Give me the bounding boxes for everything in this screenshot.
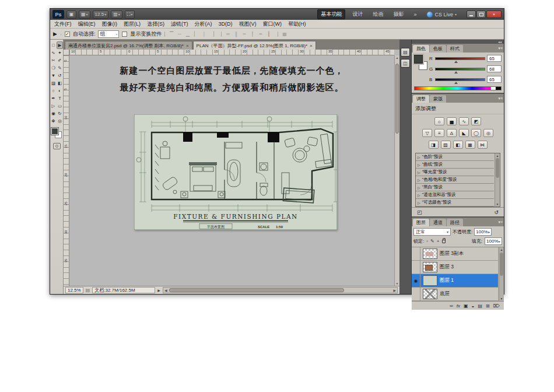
workspace-design[interactable]: 设计 [349,10,366,19]
foreground-color-swatch[interactable] [51,128,58,135]
layer-name[interactable]: 图层 3副本 [440,250,464,257]
screen-mode-button[interactable]: ⛶▾ [125,10,135,19]
lasso-tool[interactable]: ∿ [50,49,57,57]
minimize-button[interactable] [467,10,476,18]
menu-image[interactable]: 图像(I) [102,20,118,28]
vertical-ruler[interactable]: 0 5 10 15 20 25 30 35 [64,55,69,286]
move-tool[interactable]: ▶ [57,41,63,49]
tab-color[interactable]: 颜色 [413,45,429,52]
levels-icon[interactable]: ▅ [447,117,457,125]
panel-menu-icon[interactable]: ▾≡ [498,220,503,225]
vibrance-icon[interactable]: ▽ [422,129,432,137]
scroll-right-icon[interactable]: ▶ [393,288,396,292]
layer-group-icon[interactable]: ▤ [478,303,482,309]
slider-thumb-icon[interactable] [454,82,458,84]
document-tab-inactive[interactable]: 南通丹楼单位顶套房2.psd @ 16.7%(调整 副本, RGB/8)*× [65,41,192,50]
scroll-up-icon[interactable]: ▲ [396,56,399,60]
distribute-vcenter-icon[interactable]: ║ [233,32,239,37]
visibility-toggle[interactable]: ◉ [412,274,420,288]
workspace-more-button[interactable]: » [411,11,419,18]
layer-name[interactable]: 图层 3 [440,264,454,271]
green-slider[interactable] [435,68,485,71]
white-swatch[interactable] [490,87,496,90]
distribute-bottom-icon[interactable]: ┅ [241,32,247,37]
history-panel-button[interactable]: ◫ [401,59,410,68]
3d-rotate-tool[interactable]: ◉ [50,110,57,117]
menu-filter[interactable]: 滤镜(T) [171,20,188,28]
healing-brush-tool[interactable]: ❍ [50,64,57,72]
visibility-toggle[interactable] [412,247,420,261]
color-balance-icon[interactable]: Δ [447,129,457,137]
menu-view[interactable]: 视图(V) [239,20,257,28]
black-swatch[interactable] [496,87,501,90]
quick-selection-tool[interactable]: ✦ [57,49,63,57]
visibility-toggle[interactable] [412,261,420,274]
tab-masks[interactable]: 蒙版 [430,95,446,103]
blue-value-field[interactable]: 65 [487,76,502,83]
slider-thumb-icon[interactable] [454,71,458,74]
lock-position-icon[interactable]: + [437,239,440,244]
view-extras-button[interactable]: ▦▾ [79,10,90,19]
brightness-contrast-icon[interactable]: ☼ [434,117,444,125]
type-tool[interactable]: T [57,94,63,102]
horizontal-scrollbar[interactable]: ◀ ▶ [163,287,398,293]
align-top-icon[interactable]: ▔ [168,32,174,37]
lock-all-icon[interactable] [442,240,446,243]
posterize-icon[interactable]: ▨ [441,141,451,149]
tab-swatches[interactable]: 色板 [430,45,446,52]
blend-mode-dropdown[interactable]: 正常▾ [413,228,451,236]
distribute-right-icon[interactable]: ┃ [265,32,272,37]
gradient-map-icon[interactable]: ▦ [465,141,475,149]
red-slider[interactable] [435,57,485,60]
expanded-view-icon[interactable]: ◰ [417,209,422,215]
tab-channels[interactable]: 通道 [430,219,446,226]
history-brush-tool[interactable]: ↺ [57,72,63,79]
delete-layer-icon[interactable]: ⌦ [493,303,500,309]
align-right-icon[interactable]: ▕ [209,32,215,37]
link-layers-icon[interactable]: ∞ [450,303,453,309]
layer-name[interactable]: 图层 1 [440,277,454,284]
preset-levels[interactable]: ▷"色阶"预设 [416,153,494,161]
presets-scrollbar[interactable]: ▲ ▼ [495,153,500,206]
fill-field[interactable]: 100%▸ [485,237,502,245]
new-layer-icon[interactable]: ⊞ [486,303,490,309]
lock-transparent-icon[interactable]: ▫ [426,239,428,244]
menu-edit[interactable]: 编辑(E) [78,20,96,28]
green-value-field[interactable]: 68 [487,65,502,72]
launch-bridge-button[interactable]: ▣ [66,10,76,19]
hue-saturation-icon[interactable]: ≡ [434,129,444,137]
menu-layer[interactable]: 图层(L) [124,20,141,28]
eraser-tool[interactable]: ▨ [50,79,57,87]
blur-tool[interactable]: ○ [50,87,57,94]
menu-analysis[interactable]: 分析(A) [195,20,212,28]
reset-icon[interactable]: ↺ [494,209,499,215]
vertical-scroll-thumb[interactable] [395,64,399,134]
rectangular-marquee-tool[interactable]: □ [50,41,57,49]
distribute-top-icon[interactable]: ═ [225,32,231,37]
align-bottom-icon[interactable]: ▁ [184,32,191,37]
align-left-icon[interactable]: ▏ [192,32,199,37]
tab-styles[interactable]: 样式 [447,45,463,52]
tab-layers[interactable]: 图层 [413,219,429,226]
close-icon[interactable]: × [310,43,313,48]
hand-tool[interactable]: ✥ [50,117,57,125]
distribute-hcenter-icon[interactable]: ━ [257,32,264,37]
panel-menu-icon[interactable]: ▾≡ [498,96,503,101]
arrange-documents-button[interactable]: ▥▾ [111,10,122,19]
channel-mixer-icon[interactable]: ◎ [483,129,493,137]
tab-adjustments[interactable]: 调整 [413,95,429,103]
scroll-down-icon[interactable]: ▼ [396,282,399,285]
workspace-photography[interactable]: 摄影 [390,10,406,19]
preset-hue-saturation[interactable]: ▷"色相/饱和度"预设 [416,176,494,184]
layer-thumbnail[interactable] [423,289,437,299]
layer-name[interactable]: 底层 [440,290,450,298]
layer-thumbnail[interactable] [423,249,437,259]
brush-tool[interactable]: ✎ [57,64,63,72]
scroll-up-icon[interactable]: ▲ [496,154,499,158]
navigator-panel-button[interactable]: ▤ [401,48,410,57]
auto-align-icon[interactable]: ▦ [281,32,287,37]
move-tool-preset-icon[interactable]: ▶ [53,31,57,37]
zoom-level-field[interactable]: 12.5% [65,287,83,293]
slider-thumb-icon[interactable] [454,61,458,63]
tab-paths[interactable]: 路径 [447,219,463,226]
